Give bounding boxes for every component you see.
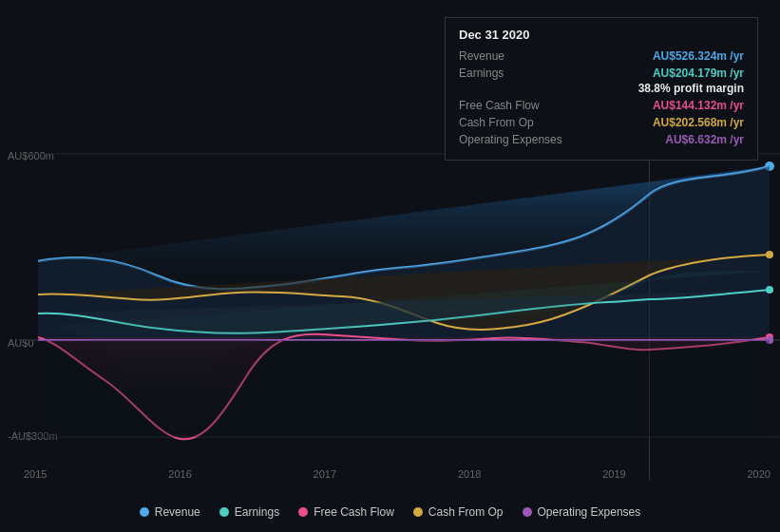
tooltip-row-opex: Operating Expenses AU$6.632m /yr: [459, 133, 744, 146]
legend-label-cashop: Cash From Op: [428, 505, 504, 519]
tooltip-row-cashop: Cash From Op AU$202.568m /yr: [459, 116, 744, 129]
legend-dot-revenue: [140, 507, 149, 517]
legend-fcf[interactable]: Free Cash Flow: [298, 505, 394, 519]
legend-label-earnings: Earnings: [235, 505, 279, 519]
tooltip-value-opex: AU$6.632m /yr: [665, 133, 744, 146]
tooltip-date: Dec 31 2020: [459, 28, 744, 42]
x-axis: 2015 2016 2017 2018 2019 2020: [24, 468, 770, 480]
svg-point-6: [766, 286, 773, 294]
tooltip-label-fcf: Free Cash Flow: [459, 99, 582, 112]
chart-legend: Revenue Earnings Free Cash Flow Cash Fro…: [0, 505, 780, 519]
legend-label-revenue: Revenue: [155, 505, 200, 519]
legend-dot-fcf: [298, 507, 308, 517]
tooltip-value-fcf: AU$144.132m /yr: [653, 99, 744, 112]
legend-cashop[interactable]: Cash From Op: [413, 505, 504, 519]
legend-dot-cashop: [413, 507, 423, 517]
tooltip-profit-margin: 38.8% profit margin: [459, 82, 744, 95]
tooltip-value-revenue: AU$526.324m /yr: [653, 49, 744, 63]
x-label-2017: 2017: [314, 468, 336, 480]
tooltip-value-earnings: AU$204.179m /yr: [653, 66, 744, 80]
tooltip-label-revenue: Revenue: [459, 49, 582, 63]
legend-dot-earnings: [219, 507, 229, 517]
tooltip-value-cashop: AU$202.568m /yr: [653, 116, 744, 129]
tooltip-row-revenue: Revenue AU$526.324m /yr: [459, 49, 744, 63]
tooltip-row-earnings: Earnings AU$204.179m /yr: [459, 66, 744, 80]
x-label-2019: 2019: [602, 468, 625, 480]
x-label-2020: 2020: [747, 468, 770, 480]
svg-point-5: [766, 251, 773, 258]
tooltip-box: Dec 31 2020 Revenue AU$526.324m /yr Earn…: [445, 17, 758, 161]
x-label-2016: 2016: [168, 468, 191, 480]
tooltip-label-earnings: Earnings: [459, 66, 582, 80]
legend-dot-opex: [523, 507, 532, 517]
tooltip-label-cashop: Cash From Op: [459, 116, 582, 129]
legend-revenue[interactable]: Revenue: [140, 505, 200, 519]
legend-label-opex: Operating Expenses: [538, 505, 641, 519]
tooltip-row-fcf: Free Cash Flow AU$144.132m /yr: [459, 99, 744, 112]
chart-container: Dec 31 2020 Revenue AU$526.324m /yr Earn…: [0, 0, 780, 532]
legend-earnings[interactable]: Earnings: [219, 505, 279, 519]
legend-label-fcf: Free Cash Flow: [314, 505, 394, 519]
x-label-2018: 2018: [458, 468, 481, 480]
x-label-2015: 2015: [24, 468, 47, 480]
legend-opex[interactable]: Operating Expenses: [523, 505, 641, 519]
tooltip-label-opex: Operating Expenses: [459, 133, 582, 146]
